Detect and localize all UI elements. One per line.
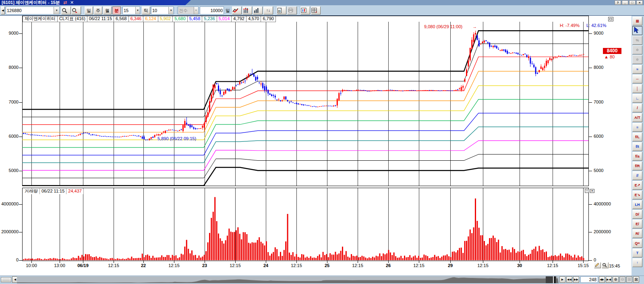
navigator-thumb[interactable]: [546, 276, 556, 283]
nav-zoom-in-button[interactable]: ⊕: [613, 276, 619, 283]
bars-button[interactable]: [253, 6, 263, 15]
pane-minimize-icon[interactable]: ─: [585, 189, 589, 193]
pencil-icon: [594, 263, 600, 267]
layout-settings-icon[interactable]: ▦: [632, 17, 642, 25]
draw-edit-button[interactable]: [594, 262, 601, 268]
fib-fan-icon[interactable]: f/a: [632, 152, 642, 161]
diagonal-line-icon[interactable]: /: [632, 104, 642, 112]
period-day-button[interactable]: 일: [85, 6, 93, 15]
nav-close-button[interactable]: ⊠: [633, 276, 639, 283]
title-bar[interactable]: [6101] 제이엔케이히터 - 15분 ⇄ ✕ ? _ □ ×: [0, 0, 644, 5]
toolbar-scroll-left-button[interactable]: ◀: [1, 6, 5, 15]
tick-count-input[interactable]: [151, 7, 168, 14]
x-axis-label: 29: [448, 263, 453, 268]
nav-collapse-button[interactable]: ▶◀: [606, 276, 612, 283]
axis-tick: [19, 260, 22, 261]
axis-tick: [19, 137, 22, 137]
title-tab-slant: [185, 0, 191, 5]
days-field[interactable]: [200, 6, 224, 15]
bars-red-icon: [243, 8, 249, 13]
tick-count-combo[interactable]: ▼: [151, 6, 174, 15]
close-button[interactable]: ×: [636, 0, 643, 5]
header-cell: 6,124: [143, 16, 158, 22]
axis-label: 7000: [0, 100, 19, 104]
zoom-tool-button[interactable]: [602, 262, 609, 268]
navigator-minimap[interactable]: [17, 276, 559, 283]
help-button[interactable]: ?: [615, 0, 621, 5]
parallel-lines-icon[interactable]: //: [632, 171, 642, 180]
chart-style-icon: [232, 8, 239, 13]
nav-forward-button[interactable]: ▶▶: [573, 276, 579, 283]
axis-label: 8000: [594, 65, 614, 70]
vertical-line-icon[interactable]: │: [632, 84, 642, 93]
interval-combo[interactable]: ▼: [122, 6, 140, 15]
trend-line-icon[interactable]: ≈: [632, 65, 642, 74]
document-button[interactable]: D: [277, 6, 286, 15]
arrow-left-icon: ←: [149, 136, 154, 141]
text-note-icon[interactable]: A/T: [632, 113, 642, 122]
sort-updown-button[interactable]: ↑↓: [263, 6, 273, 15]
chevron-down-icon[interactable]: ▼: [54, 7, 59, 14]
stock-code-combo[interactable]: ▼: [6, 6, 60, 15]
axis-label: 6000: [0, 134, 19, 139]
svg-text:D: D: [278, 9, 281, 13]
data-grid-button[interactable]: [311, 6, 321, 15]
elliott-down-icon[interactable]: E↘: [632, 191, 642, 199]
period-minute-button[interactable]: 분: [112, 6, 121, 15]
axis-tick: [589, 171, 592, 171]
levels-icon[interactable]: ≡: [632, 123, 642, 132]
cursor-arrow-icon[interactable]: [632, 26, 642, 35]
period-week-button[interactable]: 주: [94, 6, 102, 15]
days-input[interactable]: [200, 7, 224, 14]
chart-window-button[interactable]: [300, 6, 310, 15]
quote-icon[interactable]: Q=: [632, 239, 642, 248]
search-go-button[interactable]: [71, 6, 81, 15]
channel-d-icon[interactable]: D/: [632, 210, 642, 219]
step-line-icon[interactable]: ∟: [632, 94, 642, 103]
tick-button[interactable]: 틱: [142, 6, 150, 15]
fib-volume-icon[interactable]: f/L: [632, 133, 642, 141]
interval-input[interactable]: [123, 7, 135, 14]
header-cell: 6,790: [261, 16, 276, 22]
data-grid-icon: [311, 8, 317, 13]
stock-code-input[interactable]: [6, 7, 54, 14]
volume-header-row: 거래량 06/22 11:15 24,437: [23, 189, 84, 194]
axis-end-time: 15:45: [609, 263, 620, 268]
swap-icon[interactable]: ⇄: [63, 0, 67, 5]
volume-chart[interactable]: 10:0013:0006/1912:152212:152312:152412:1…: [22, 188, 589, 268]
elliott-up-icon[interactable]: E↗: [632, 181, 642, 190]
text-tool-icon[interactable]: T: [632, 249, 642, 257]
high-low-icon[interactable]: LH: [632, 200, 642, 209]
x-axis-label: 24: [263, 263, 269, 268]
minimize-button[interactable]: _: [622, 0, 628, 5]
x-axis-label: 10:00: [26, 263, 37, 268]
pane-restore-icon[interactable]: [608, 17, 613, 21]
scroll-up-icon[interactable]: ↑: [632, 258, 642, 267]
nav-expand-button[interactable]: ◀▶: [599, 276, 605, 283]
channel-e-icon[interactable]: E/: [632, 220, 642, 228]
price-chart[interactable]: [22, 16, 589, 186]
splitter-handle[interactable]: [1, 277, 11, 282]
axis-tick: [19, 33, 22, 34]
fib-time-icon[interactable]: f/t: [632, 142, 642, 151]
chart-style-button[interactable]: [232, 6, 242, 15]
axis-label: 7000: [594, 100, 614, 104]
nav-rewind-button[interactable]: ◀◀: [566, 276, 572, 283]
horizontal-line-icon[interactable]: ─: [632, 75, 642, 83]
pane-close-icon[interactable]: ✕: [590, 189, 594, 193]
fib-retrace-icon[interactable]: f/R: [632, 162, 642, 170]
axis-tick: [589, 204, 592, 205]
axis-label: 4000000: [594, 201, 618, 206]
chevron-down-icon[interactable]: ▼: [168, 7, 173, 14]
tab-close-icon[interactable]: ✕: [70, 0, 74, 5]
nav-play-button[interactable]: ▶: [559, 276, 565, 283]
axis-tick: [589, 33, 592, 34]
chevron-down-icon[interactable]: ▼: [135, 7, 140, 14]
maximize-button[interactable]: □: [629, 0, 636, 5]
bar-count-input[interactable]: [581, 277, 598, 282]
period-month-button[interactable]: 월: [103, 6, 112, 15]
search-button[interactable]: [61, 6, 71, 15]
bar-count-field[interactable]: [580, 276, 598, 283]
bars-red-button[interactable]: [242, 6, 252, 15]
channel-r-icon[interactable]: R/: [632, 229, 642, 238]
